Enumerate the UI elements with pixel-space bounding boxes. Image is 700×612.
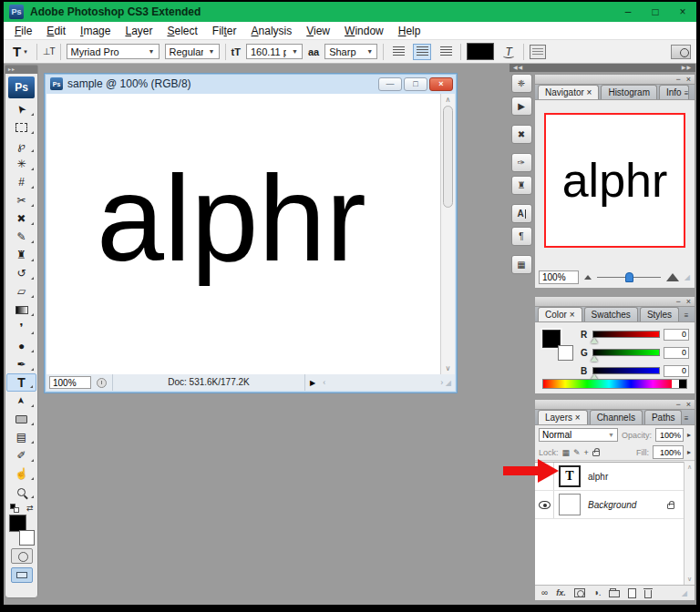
hand-tool[interactable]: ☝ — [6, 464, 36, 483]
scroll-right-icon[interactable]: › — [440, 378, 443, 387]
panel-close-icon[interactable]: × — [686, 400, 691, 409]
shape-tool[interactable] — [6, 410, 36, 428]
adjustment-layer-icon[interactable]: ◑. — [593, 588, 602, 597]
minimize-button[interactable]: – — [614, 5, 642, 18]
scroll-left-icon[interactable]: ‹ — [323, 378, 325, 387]
lock-transparency-icon[interactable]: ▦ — [562, 448, 571, 457]
move-tool[interactable]: ➤ — [6, 100, 36, 118]
zoom-tool[interactable] — [6, 483, 36, 501]
dodge-tool[interactable]: ● — [6, 337, 36, 355]
delete-layer-icon[interactable] — [644, 590, 652, 598]
warp-text-button[interactable]: T — [499, 44, 518, 60]
slice-tool[interactable]: ✂ — [6, 191, 36, 209]
blue-value-field[interactable] — [664, 365, 689, 377]
healing-brush-tool[interactable]: ✚ — [6, 209, 36, 228]
crop-tool[interactable]: # — [6, 173, 36, 191]
menu-file[interactable]: File — [7, 25, 39, 37]
background-color-swatch[interactable] — [19, 530, 35, 546]
fill-arrow-icon[interactable]: ▸ — [687, 448, 691, 456]
close-button[interactable]: × — [669, 5, 696, 18]
zoom-level-field[interactable] — [49, 376, 91, 389]
font-size-select[interactable]: 160.11 pt ▼ — [246, 44, 303, 59]
font-family-select[interactable]: Myriad Pro ▼ — [67, 44, 160, 59]
menu-layer[interactable]: Layer — [118, 25, 160, 37]
slider-thumb[interactable] — [591, 338, 598, 343]
default-colors-button[interactable] — [10, 504, 19, 513]
doc-restore-button[interactable]: □ — [404, 77, 427, 91]
panel-close-icon[interactable]: × — [686, 75, 691, 84]
brush-tool[interactable]: ✎ — [6, 228, 36, 246]
character-panel-button[interactable]: A — [511, 204, 532, 223]
navigator-zoom-slider[interactable] — [597, 272, 661, 282]
layer-row-background[interactable]: Background — [535, 491, 684, 519]
slider-thumb[interactable] — [625, 272, 633, 282]
fill-field[interactable]: 100% — [653, 445, 684, 459]
panel-minimize-icon[interactable]: − — [675, 75, 680, 84]
scroll-up-icon[interactable]: ∧ — [687, 464, 692, 471]
menu-image[interactable]: Image — [73, 25, 118, 37]
panel-menu-icon[interactable]: ≡ — [680, 89, 693, 97]
layer-style-icon[interactable]: fx. — [556, 589, 566, 597]
brushes-panel-button[interactable]: ❈ — [511, 74, 532, 93]
align-left-button[interactable] — [389, 44, 407, 60]
align-right-button[interactable] — [437, 44, 455, 60]
font-style-select[interactable]: Regular ▼ — [165, 44, 220, 59]
paragraph-panel-button[interactable]: ¶ — [511, 227, 532, 246]
scrollbar-thumb[interactable] — [443, 106, 453, 208]
link-layers-icon[interactable]: ∞ — [541, 588, 548, 597]
resize-grip[interactable]: ◢ — [446, 379, 451, 387]
tab-swatches[interactable]: Swatches — [584, 307, 638, 321]
panel-menu-icon[interactable]: ≡ — [680, 414, 693, 423]
tab-paths[interactable]: Paths — [644, 410, 683, 424]
photoshop-logo[interactable]: Ps — [8, 76, 35, 98]
red-slider[interactable] — [592, 331, 660, 338]
toolbox-collapse-handle[interactable]: ▸▸ — [5, 66, 37, 74]
menu-view[interactable]: View — [299, 25, 337, 37]
layer-name[interactable]: alphr — [588, 472, 608, 482]
notes-tool[interactable]: ▤ — [6, 428, 36, 446]
horizontal-scrollbar[interactable]: ‹ › ◢ — [320, 378, 455, 387]
menu-help[interactable]: Help — [391, 25, 428, 37]
navigator-preview[interactable]: alphr — [544, 113, 685, 248]
align-center-button[interactable] — [413, 44, 431, 60]
canvas-text[interactable]: alphr — [97, 147, 366, 292]
opacity-field[interactable]: 100% — [655, 428, 684, 442]
doc-minimize-button[interactable]: — — [378, 77, 402, 91]
dock-collapse-arrows[interactable]: ▶▶ — [682, 64, 692, 72]
pen-tool[interactable]: ✒ — [6, 355, 36, 373]
panel-menu-icon[interactable]: ≡ — [680, 311, 693, 320]
red-value-field[interactable] — [664, 329, 689, 341]
path-selection-tool[interactable]: ➤ — [6, 392, 36, 410]
clone-stamp-tool[interactable]: ♜ — [6, 246, 36, 264]
history-brush-tool[interactable]: ↺ — [6, 264, 36, 282]
resize-grip[interactable]: ◢ — [685, 273, 690, 281]
document-title-bar[interactable]: Ps sample @ 100% (RGB/8) — □ × — [45, 74, 457, 94]
blur-tool[interactable]: ❜ — [6, 319, 36, 337]
zoom-in-icon[interactable] — [666, 273, 679, 281]
panel-minimize-icon[interactable]: − — [675, 297, 680, 306]
menu-window[interactable]: Window — [337, 25, 391, 37]
tab-navigator[interactable]: Navigator × — [538, 85, 599, 99]
eraser-tool[interactable]: ▱ — [6, 282, 36, 301]
tab-styles[interactable]: Styles — [640, 307, 679, 321]
menu-analysis[interactable]: Analysis — [244, 25, 300, 37]
actions-panel-button[interactable]: ▶ — [511, 97, 532, 116]
quick-mask-button[interactable] — [11, 548, 33, 564]
tab-channels[interactable]: Channels — [590, 410, 643, 424]
green-slider[interactable] — [592, 349, 660, 356]
swap-colors-button[interactable]: ⇄ — [26, 504, 34, 513]
resize-grip[interactable]: ◢ — [682, 589, 687, 597]
layer-name[interactable]: Background — [588, 500, 636, 510]
new-group-icon[interactable] — [609, 590, 620, 597]
bridge-button[interactable] — [671, 45, 691, 59]
visibility-toggle[interactable] — [535, 491, 554, 518]
gradient-tool[interactable] — [6, 301, 36, 319]
panel-minimize-icon[interactable]: − — [675, 400, 680, 409]
panel-close-icon[interactable]: × — [686, 297, 691, 306]
vertical-scrollbar[interactable]: ∧ ∨ — [440, 94, 455, 374]
anti-alias-select[interactable]: Sharp ▼ — [324, 44, 377, 59]
lock-all-icon[interactable] — [592, 451, 600, 456]
navigator-zoom-field[interactable] — [539, 270, 579, 284]
tab-histogram[interactable]: Histogram — [601, 85, 657, 99]
text-orientation-button[interactable]: ⊥T — [43, 46, 55, 56]
